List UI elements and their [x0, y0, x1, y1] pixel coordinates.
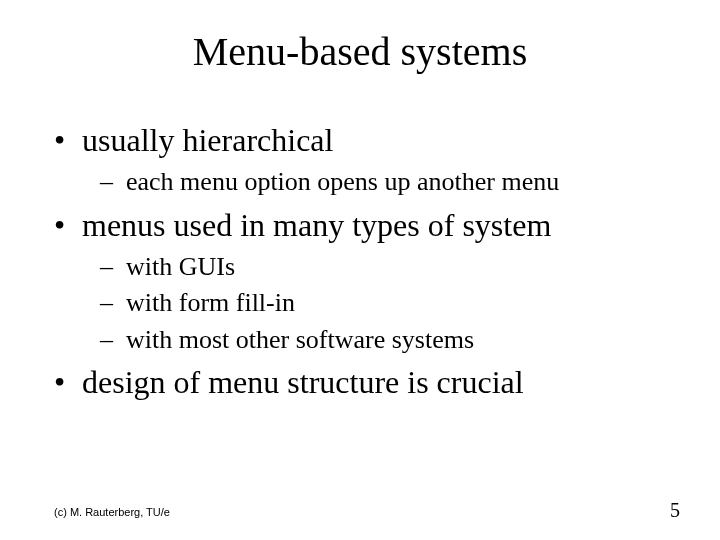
slide-body: usually hierarchical each menu option op…: [54, 120, 674, 408]
bullet-level2: with most other software systems: [54, 324, 674, 357]
bullet-level1: usually hierarchical: [54, 120, 674, 160]
bullet-level1: menus used in many types of system: [54, 205, 674, 245]
footer-copyright: (c) M. Rauterberg, TU/e: [54, 506, 170, 518]
bullet-level2: each menu option opens up another menu: [54, 166, 674, 199]
slide: Menu-based systems usually hierarchical …: [0, 0, 720, 540]
page-number: 5: [670, 499, 680, 522]
bullet-level2: with GUIs: [54, 251, 674, 284]
slide-title: Menu-based systems: [0, 28, 720, 75]
bullet-level2: with form fill-in: [54, 287, 674, 320]
bullet-level1: design of menu structure is crucial: [54, 362, 674, 402]
